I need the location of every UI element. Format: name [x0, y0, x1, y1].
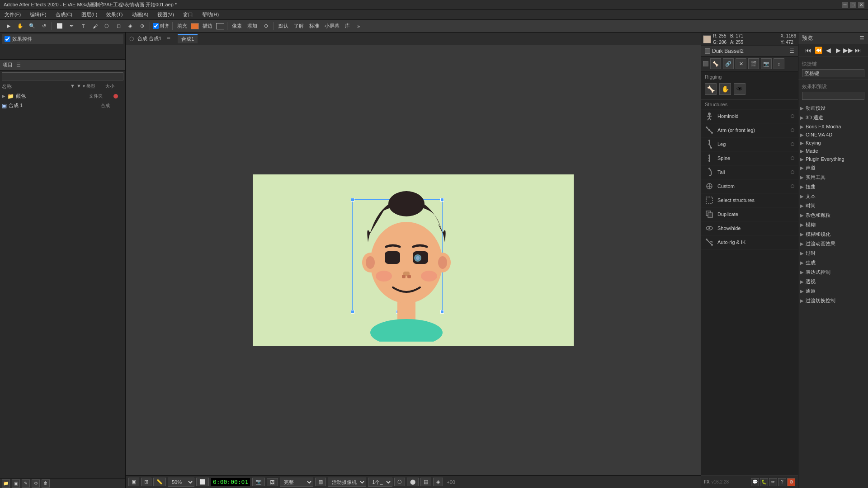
footer-btn1[interactable]: 💬: [751, 478, 759, 486]
view-count-select[interactable]: 1个_: [368, 478, 392, 487]
opengl-btn[interactable]: ◈: [433, 478, 443, 486]
menu-effects[interactable]: 效果(T): [104, 10, 125, 19]
project-search[interactable]: [2, 72, 123, 80]
expand-toolbar-btn[interactable]: »: [354, 21, 363, 31]
tool-shape[interactable]: ⬜: [55, 21, 65, 31]
duik-anim-btn[interactable]: 🎬: [748, 58, 759, 69]
duik-bones-btn[interactable]: 🦴: [710, 58, 721, 69]
fit-btn[interactable]: ⬜: [196, 478, 209, 486]
tool-camera-rotate[interactable]: ↺: [39, 21, 49, 31]
project-menu-icon[interactable]: ☰: [16, 62, 21, 68]
effect-item-text[interactable]: ▶文本: [798, 192, 868, 201]
struct-spine[interactable]: Spine: [701, 151, 798, 165]
menu-icon-hdr[interactable]: ☰: [167, 37, 170, 41]
effect-item-persp[interactable]: ▶透视: [798, 277, 868, 286]
draft-btn[interactable]: ▤: [420, 478, 431, 486]
prev-back-btn[interactable]: ⏪: [814, 46, 823, 55]
effect-item-keying[interactable]: ▶Keying: [798, 139, 868, 147]
settings-project-btn[interactable]: ⚙: [32, 479, 40, 488]
struct-duplicate[interactable]: Duplicate: [701, 207, 798, 221]
always-preview-btn[interactable]: ▣: [128, 478, 139, 486]
effect-item-anim[interactable]: ▶动画预设: [798, 103, 868, 113]
tool-pin[interactable]: ⊕: [137, 21, 147, 31]
effect-item-time[interactable]: ▶时间: [798, 201, 868, 211]
footer-btn2[interactable]: 🐛: [760, 478, 768, 486]
effect-item-plugin[interactable]: ▶Plugin Everything: [798, 155, 868, 163]
tool-puppet[interactable]: ◈: [125, 21, 135, 31]
tool-clone[interactable]: ⬡: [102, 21, 112, 31]
tool-erase[interactable]: ◻: [113, 21, 123, 31]
snapshot-btn[interactable]: 📷: [252, 478, 265, 486]
prev-first-btn[interactable]: ⏮: [804, 46, 813, 55]
window-controls[interactable]: ─ □ ✕: [842, 2, 864, 8]
prev-back1-btn[interactable]: ◀: [824, 46, 833, 55]
effect-item-expr[interactable]: ▶表达式控制: [798, 267, 868, 277]
struct-arm[interactable]: Arm (or front leg): [701, 123, 798, 137]
tool-text[interactable]: T: [78, 21, 88, 31]
menu-layer[interactable]: 图层(L): [79, 10, 100, 19]
tool-hand[interactable]: ✋: [15, 21, 25, 31]
struct-custom[interactable]: Custom: [701, 179, 798, 193]
sort-icon[interactable]: ▼: [70, 83, 76, 90]
menu-edit[interactable]: 编辑(E): [27, 10, 49, 19]
trash-btn[interactable]: 🗑: [42, 479, 50, 488]
camera-select[interactable]: 活动摄像机: [328, 478, 366, 487]
rig-link-btn[interactable]: ✋: [719, 83, 731, 95]
effect-item-cinema[interactable]: ▶CINEMA 4D: [798, 131, 868, 139]
duik-cam-btn[interactable]: 📷: [761, 58, 772, 69]
menu-help[interactable]: 帮助(H): [199, 10, 222, 19]
tool-zoom[interactable]: 🔍: [27, 21, 37, 31]
effect-item-channel[interactable]: ▶通道: [798, 286, 868, 296]
prev-fwd1-btn[interactable]: ▶▶: [844, 46, 853, 55]
footer-btn3[interactable]: ✏: [769, 478, 777, 486]
effect-item-generate[interactable]: ▶生成: [798, 258, 868, 267]
fill-swatch[interactable]: [191, 23, 199, 29]
effect-item-distort[interactable]: ▶扭曲: [798, 182, 868, 192]
effect-item-audio[interactable]: ▶声道: [798, 163, 868, 173]
preview-menu[interactable]: ☰: [859, 35, 864, 42]
duik-ctrl-btn[interactable]: ✕: [736, 58, 746, 69]
pixel-btn[interactable]: ⬤: [407, 478, 419, 486]
menu-window[interactable]: 窗口: [180, 10, 196, 19]
effect-item-switch[interactable]: ▶过渡切换控制: [798, 296, 868, 305]
add-tool-btn[interactable]: ⊕: [261, 21, 271, 31]
tool-pen[interactable]: ✒: [66, 21, 76, 31]
menu-view[interactable]: 视图(V): [155, 10, 177, 19]
struct-autorig[interactable]: Auto-rig & IK: [701, 235, 798, 249]
ruler-btn[interactable]: 📏: [153, 478, 166, 486]
duik-io-btn[interactable]: ↕: [774, 58, 784, 69]
footer-btn5[interactable]: ⚙: [787, 478, 795, 486]
effect-item-transition[interactable]: ▶过渡动画效果: [798, 239, 868, 249]
project-item-colors[interactable]: ▶ 📁 颜色 文件夹: [0, 91, 125, 101]
3d-btn[interactable]: ⬡: [394, 478, 405, 486]
menu-file[interactable]: 文件(F): [2, 10, 24, 19]
maximize-button[interactable]: □: [850, 2, 856, 8]
effect-item-matte[interactable]: ▶Matte: [798, 147, 868, 155]
footer-btn4[interactable]: ?: [778, 478, 786, 486]
effects-visibility-toggle[interactable]: [5, 36, 10, 42]
rig-bones-btn[interactable]: 🦴: [705, 83, 717, 95]
effect-item-noise[interactable]: ▶杂色和颗粒: [798, 211, 868, 220]
new-comp-btn[interactable]: ▣: [12, 479, 20, 488]
shortcut-input[interactable]: [802, 69, 864, 77]
prev-play-btn[interactable]: ▶: [834, 46, 843, 55]
show-snapshot-btn[interactable]: 🖼: [267, 478, 278, 486]
stroke-swatch[interactable]: [216, 23, 224, 29]
struct-tail[interactable]: Tail: [701, 165, 798, 179]
effect-item-3d[interactable]: ▶3D 通道: [798, 113, 868, 122]
sort-icon2[interactable]: ▼: [76, 83, 83, 90]
rig-ctrl-btn[interactable]: 👁: [734, 83, 745, 95]
project-item-comp1[interactable]: ▣ 合成 1 合成: [0, 101, 125, 110]
effect-item-util[interactable]: ▶实用工具: [798, 173, 868, 182]
effect-item-blur2[interactable]: ▶模糊: [798, 220, 868, 230]
tool-select[interactable]: ▶: [4, 21, 14, 31]
menu-animation[interactable]: 动画(A): [129, 10, 151, 19]
prev-last-btn[interactable]: ⏭: [854, 46, 863, 55]
search-project-btn[interactable]: ✎: [22, 479, 30, 488]
effect-item-boris[interactable]: ▶Boris FX Mocha: [798, 122, 868, 131]
align-checkbox[interactable]: 对齐: [153, 23, 170, 29]
comp-tab[interactable]: 合成1: [178, 34, 198, 43]
region-btn[interactable]: ▧: [315, 478, 326, 486]
effects-search[interactable]: [802, 92, 864, 100]
duik-menu-icon[interactable]: ☰: [789, 48, 794, 54]
